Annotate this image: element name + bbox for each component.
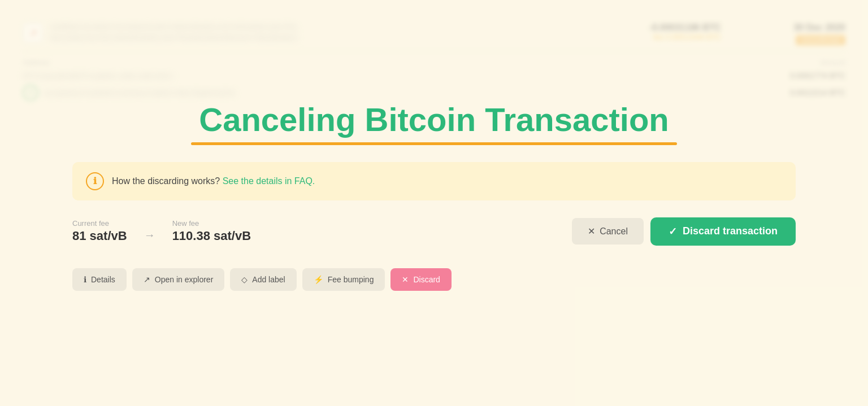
fee-block: Current fee 81 sat/vB → New fee 110.38 s… <box>72 219 251 243</box>
discard-toolbar-x-icon: ✕ <box>402 275 409 284</box>
fee-arrow-icon: → <box>144 229 155 242</box>
discard-check-icon: ✓ <box>669 225 677 238</box>
add-label-button[interactable]: ◇ Add label <box>230 268 296 291</box>
info-icon: ℹ <box>86 172 104 190</box>
discard-button-label: Discard transaction <box>683 225 778 237</box>
discard-toolbar-label: Discard <box>413 275 440 284</box>
open-in-explorer-button[interactable]: ↗ Open in explorer <box>132 268 225 291</box>
current-fee-value: 81 sat/vB <box>72 229 127 243</box>
details-button[interactable]: ℹ Details <box>72 268 127 291</box>
fee-bumping-button[interactable]: ⚡ Fee bumping <box>302 268 385 291</box>
details-icon: ℹ <box>84 275 86 284</box>
explorer-icon: ↗ <box>144 275 150 284</box>
explorer-label: Open in explorer <box>155 275 214 284</box>
modal-content: Canceling Bitcoin Transaction ℹ How the … <box>38 102 830 291</box>
fee-bump-label: Fee bumping <box>328 275 374 284</box>
current-fee-label: Current fee <box>72 219 127 228</box>
info-text: How the discarding works? See the detail… <box>112 176 315 186</box>
fee-icon: ⚡ <box>314 275 323 284</box>
discard-transaction-button[interactable]: ✓ Discard transaction <box>650 217 796 246</box>
action-buttons: ✕ Cancel ✓ Discard transaction <box>572 217 796 246</box>
modal-underline <box>191 142 677 145</box>
faq-link[interactable]: See the details in FAQ. <box>223 176 315 186</box>
label-icon: ◇ <box>241 275 248 284</box>
modal-title: Canceling Bitcoin Transaction <box>72 102 796 138</box>
current-fee-item: Current fee 81 sat/vB <box>72 219 127 243</box>
fee-action-row: Current fee 81 sat/vB → New fee 110.38 s… <box>72 217 796 246</box>
cancel-button-label: Cancel <box>600 226 628 237</box>
new-fee-label: New fee <box>172 219 251 228</box>
info-box: ℹ How the discarding works? See the deta… <box>72 162 796 200</box>
cancel-x-icon: ✕ <box>588 226 595 237</box>
discard-button[interactable]: ✕ Discard <box>390 268 451 291</box>
bottom-toolbar: ℹ Details ↗ Open in explorer ◇ Add label… <box>72 263 796 291</box>
modal-overlay: Canceling Bitcoin Transaction ℹ How the … <box>0 0 868 406</box>
new-fee-item: New fee 110.38 sat/vB <box>172 219 251 243</box>
details-label: Details <box>91 275 115 284</box>
cancel-button[interactable]: ✕ Cancel <box>572 218 644 245</box>
add-label-label: Add label <box>252 275 285 284</box>
new-fee-value: 110.38 sat/vB <box>172 229 251 243</box>
